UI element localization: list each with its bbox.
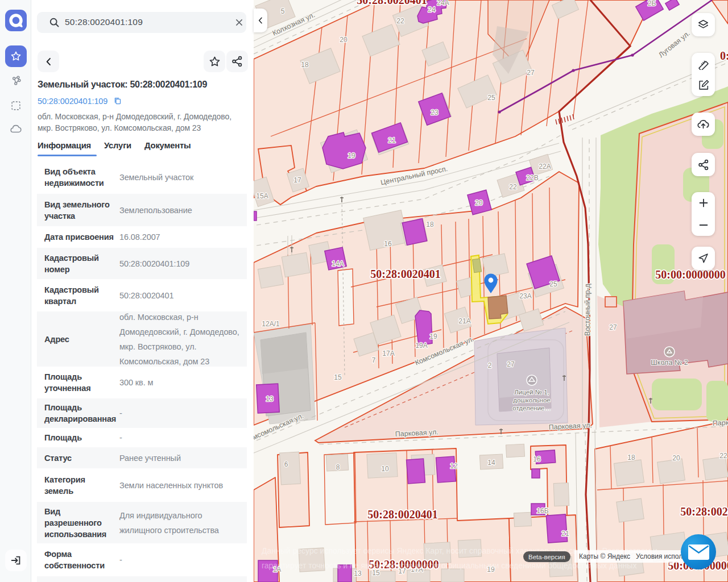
svg-text:23: 23 — [431, 109, 439, 117]
svg-text:50:00:0000000: 50:00:0000000 — [655, 268, 725, 281]
svg-text:23А: 23А — [519, 292, 531, 300]
svg-text:50:28:0020401: 50:28:0020401 — [680, 505, 728, 518]
svg-text:12: 12 — [450, 462, 458, 470]
svg-text:24А: 24А — [437, 0, 449, 7]
svg-text:5: 5 — [281, 7, 285, 15]
svg-text:6: 6 — [284, 460, 288, 468]
svg-text:2: 2 — [488, 361, 492, 369]
svg-text:22: 22 — [396, 17, 404, 25]
svg-text:14: 14 — [487, 459, 495, 467]
svg-text:27: 27 — [507, 360, 515, 368]
svg-text:20: 20 — [672, 454, 680, 462]
svg-text:24: 24 — [428, 6, 436, 14]
svg-text:7: 7 — [372, 356, 376, 364]
svg-text:20: 20 — [475, 199, 483, 207]
svg-text:16: 16 — [533, 455, 541, 463]
svg-text:22: 22 — [509, 183, 517, 191]
svg-text:Лицей № 1,: Лицей № 1, — [514, 389, 549, 396]
svg-text:21: 21 — [388, 136, 396, 144]
svg-text:10: 10 — [381, 465, 389, 473]
svg-text:17: 17 — [293, 176, 301, 184]
svg-text:дошкольное: дошкольное — [513, 397, 550, 404]
svg-text:25: 25 — [487, 94, 495, 102]
svg-text:25: 25 — [549, 280, 557, 288]
svg-text:13: 13 — [354, 569, 362, 577]
svg-text:50:28:0020401: 50:28:0020401 — [370, 268, 440, 280]
svg-text:27: 27 — [609, 323, 617, 331]
svg-text:18: 18 — [627, 454, 635, 462]
svg-text:17А: 17А — [382, 350, 394, 357]
svg-text:21: 21 — [561, 530, 569, 538]
svg-text:50:28:0020401: 50:28:0020401 — [357, 0, 427, 6]
svg-text:18: 18 — [426, 221, 434, 228]
svg-text:50:28:0020401: 50:28:0020401 — [367, 508, 437, 521]
svg-text:0:2: 0:2 — [720, 49, 728, 62]
svg-text:15: 15 — [334, 373, 342, 381]
svg-text:Восточный пр-д: Восточный пр-д — [584, 283, 592, 336]
svg-text:19: 19 — [348, 152, 355, 160]
svg-text:22В: 22В — [526, 174, 538, 182]
svg-text:отделение…: отделение… — [512, 405, 551, 411]
svg-text:18: 18 — [301, 61, 309, 69]
svg-text:27: 27 — [527, 69, 535, 77]
svg-text:16Б: 16Б — [536, 507, 548, 515]
svg-text:14А: 14А — [332, 260, 344, 268]
svg-text:Школа № 2: Школа № 2 — [651, 359, 688, 367]
svg-text:19: 19 — [429, 332, 437, 340]
svg-text:15А: 15А — [256, 192, 268, 200]
svg-text:20: 20 — [340, 36, 348, 44]
svg-text:22: 22 — [719, 452, 727, 460]
svg-text:21А: 21А — [458, 317, 470, 325]
svg-text:16: 16 — [384, 240, 392, 248]
svg-text:19А: 19А — [415, 342, 427, 350]
svg-text:22А: 22А — [539, 163, 551, 171]
svg-text:13: 13 — [266, 395, 274, 403]
svg-text:2Б: 2Б — [648, 0, 656, 7]
svg-text:12А/1: 12А/1 — [262, 320, 280, 328]
svg-text:8: 8 — [336, 463, 340, 471]
